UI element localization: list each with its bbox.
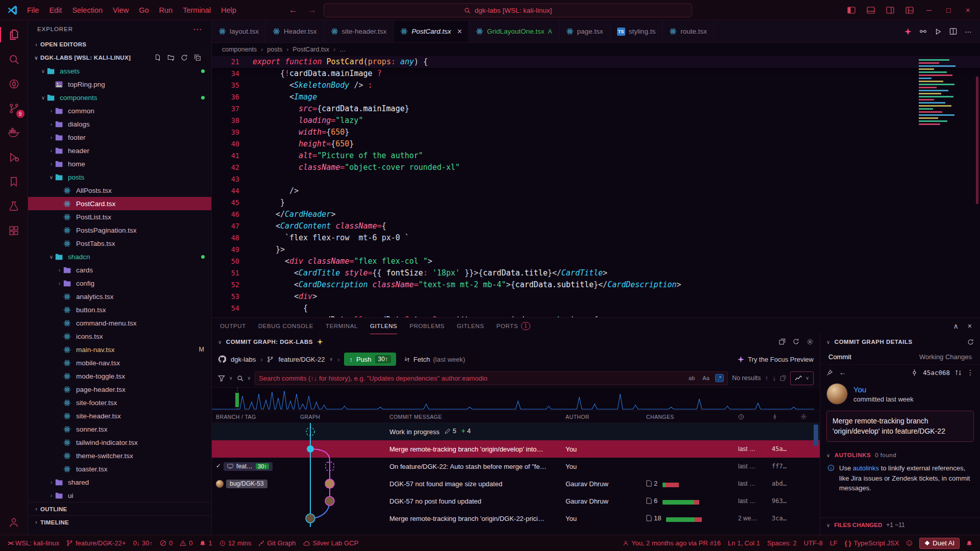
chevron-down-icon[interactable]: ∨ xyxy=(826,339,830,345)
tree-item-dialogs[interactable]: ›dialogs xyxy=(28,117,211,131)
tree-item-cards[interactable]: ›cards xyxy=(28,263,211,277)
status-git-sync[interactable]: 0↓ 30↑ xyxy=(130,535,156,551)
commit-activity-ribbon[interactable] xyxy=(212,387,820,411)
status-alerts[interactable]: 1 xyxy=(196,535,215,551)
commit-row-3[interactable]: bug/DGK-53DGK-57 not found image size up… xyxy=(212,475,820,492)
panel-tab-gitlens[interactable]: GITLENS xyxy=(457,318,484,334)
table-settings-icon[interactable] xyxy=(796,413,820,420)
kebab-menu-icon[interactable]: ⋮ xyxy=(967,368,974,377)
collapse-all-icon[interactable] xyxy=(194,54,201,61)
autolinks-link[interactable]: autolinks xyxy=(853,464,879,472)
panel-close-icon[interactable]: × xyxy=(968,322,972,330)
activity-testing[interactable] xyxy=(0,194,28,218)
tree-item-posttabs-tsx[interactable]: PostTabs.tsx xyxy=(28,237,211,250)
chevron-down-icon[interactable]: ∨ xyxy=(218,339,222,345)
graph-view-mode-button[interactable]: ∨ xyxy=(790,371,814,385)
tree-item-site-header-tsx[interactable]: site-header.tsx xyxy=(28,409,211,422)
tree-item-button-tsx[interactable]: button.tsx xyxy=(28,303,211,316)
tree-item-page-header-tsx[interactable]: page-header.tsx xyxy=(28,383,211,396)
focus-preview-button[interactable]: Try the Focus Preview xyxy=(738,356,814,363)
status-errors[interactable]: 0 xyxy=(156,535,176,551)
autolinks-section-header[interactable]: ∨ AUTOLINKS 0 found xyxy=(820,447,980,460)
outline-section[interactable]: › OUTLINE xyxy=(28,502,211,515)
open-results-icon[interactable] xyxy=(780,375,786,381)
push-button[interactable]: ↑ Push 30↑ xyxy=(344,353,396,366)
status-duet-ai[interactable]: Duet AI xyxy=(919,538,960,549)
panel-maximize-icon[interactable]: ∧ xyxy=(953,322,959,330)
chevron-down-icon[interactable]: ∨ xyxy=(229,375,233,381)
toggle-sidebar-icon[interactable] xyxy=(842,2,861,18)
activity-explorer[interactable] xyxy=(0,22,28,47)
branch-chip[interactable]: bug/DGK-53 xyxy=(226,480,267,488)
tree-item-postlist-tsx[interactable]: PostList.tsx xyxy=(28,210,211,223)
commit-row-1[interactable]: Merge remote-tracking branch 'origin/dev… xyxy=(212,440,820,458)
tree-item-assets[interactable]: ∨assets xyxy=(28,64,211,78)
breadcrumb-item[interactable]: posts xyxy=(267,46,282,53)
tree-item-analytics-tsx[interactable]: analytics.tsx xyxy=(28,290,211,303)
match-case-toggle[interactable]: Aa xyxy=(700,374,711,382)
tree-item-components[interactable]: ∨components xyxy=(28,91,211,104)
status-git-graph[interactable]: Git Graph xyxy=(255,535,299,551)
status-cursor-position[interactable]: Ln 1, Col 1 xyxy=(724,539,764,547)
forward-arrow-icon[interactable]: → xyxy=(308,5,316,15)
breadcrumb-item[interactable]: components xyxy=(222,46,257,53)
commit-row-0[interactable]: Work in progress 5+ 4 xyxy=(212,423,820,440)
status-encoding[interactable]: UTF-8 xyxy=(800,539,826,547)
tree-item-header[interactable]: ›header xyxy=(28,144,211,157)
tree-item-main-nav-tsx[interactable]: main-nav.tsxM xyxy=(28,343,211,356)
tree-item-postcard-tsx[interactable]: PostCard.tsx xyxy=(28,197,211,210)
tree-item-site-footer-tsx[interactable]: site-footer.tsx xyxy=(28,396,211,409)
panel-tab-output[interactable]: OUTPUT xyxy=(220,318,246,334)
tree-item-toaster-tsx[interactable]: toaster.tsx xyxy=(28,462,211,475)
tree-item-footer[interactable]: ›footer xyxy=(28,131,211,144)
menu-edit[interactable]: Edit xyxy=(44,4,66,16)
minimize-icon[interactable]: ─ xyxy=(920,2,938,18)
panel-tab-problems[interactable]: PROBLEMS xyxy=(409,318,445,334)
editor-scrollbar[interactable] xyxy=(976,77,978,204)
previous-match-icon[interactable]: ↑ xyxy=(765,374,768,382)
status-feedback[interactable] xyxy=(902,540,916,546)
activity-bookmarks[interactable] xyxy=(0,169,28,194)
regex-toggle[interactable]: .* xyxy=(715,374,724,382)
panel-tab-debug-console[interactable]: DEBUG CONSOLE xyxy=(258,318,313,334)
code-editor[interactable]: 21export function PostCard(props: any) {… xyxy=(212,56,980,317)
branch-chip[interactable]: feat…30↑ xyxy=(224,462,273,471)
fetch-button[interactable]: Fetch (last week) xyxy=(404,356,465,363)
close-icon[interactable]: × xyxy=(959,2,977,18)
status-remote-indicator[interactable]: ><WSL: kali-linux xyxy=(4,535,63,551)
date-toggle-icon[interactable] xyxy=(734,414,768,420)
tree-item-sonner-tsx[interactable]: sonner.tsx xyxy=(28,422,211,436)
minimap[interactable] xyxy=(916,58,969,135)
tree-item-tailwind-indicator-tsx[interactable]: tailwind-indicator.tsx xyxy=(28,436,211,449)
tab-site-header-tsx[interactable]: site-header.tsx xyxy=(324,20,394,42)
tab-header-tsx[interactable]: Header.tsx xyxy=(266,20,324,42)
more-actions-icon[interactable]: ⋯ xyxy=(193,24,202,35)
command-center-search[interactable]: dgk-labs [WSL: kali-linux] xyxy=(324,3,692,17)
menu-go[interactable]: Go xyxy=(134,4,153,16)
status-warnings[interactable]: 0 xyxy=(176,535,196,551)
column-graph[interactable]: GRAPH xyxy=(296,414,385,420)
status-indentation[interactable]: Spaces: 2 xyxy=(764,539,800,547)
tab-gridlayoutone-tsx[interactable]: GridLayoutOne.tsxA xyxy=(469,20,559,42)
chevron-down-icon[interactable]: ∨ xyxy=(248,375,251,381)
refresh-icon[interactable] xyxy=(181,54,188,61)
next-match-icon[interactable]: ↓ xyxy=(772,374,776,382)
refresh-icon[interactable] xyxy=(967,339,974,345)
back-arrow-icon[interactable]: ← xyxy=(839,368,846,377)
column-changes[interactable]: CHANGES xyxy=(642,414,734,420)
tab-route-tsx[interactable]: route.tsx xyxy=(663,20,714,42)
pin-icon[interactable] xyxy=(826,369,833,376)
tab-postcard-tsx[interactable]: PostCard.tsx× xyxy=(394,20,469,42)
tree-item-theme-switcher-tsx[interactable]: theme-switcher.tsx xyxy=(28,449,211,462)
maximize-icon[interactable]: □ xyxy=(939,2,958,18)
toggle-panel-icon[interactable] xyxy=(862,2,880,18)
breadcrumb-item[interactable]: PostCard.tsx xyxy=(292,46,329,53)
menu-selection[interactable]: Selection xyxy=(67,4,107,16)
activity-search[interactable] xyxy=(0,47,28,71)
breadcrumb-item[interactable]: … xyxy=(339,46,346,53)
open-editors-section[interactable]: › OPEN EDITORS xyxy=(28,38,211,51)
tree-item-shadcn[interactable]: ∨shadcn xyxy=(28,250,211,263)
activity-run-debug[interactable] xyxy=(0,145,28,169)
tree-item-topring-png[interactable]: topRing.png xyxy=(28,78,211,91)
files-changed-section-header[interactable]: ∨ FILES CHANGED +1 ~11 xyxy=(820,517,980,535)
